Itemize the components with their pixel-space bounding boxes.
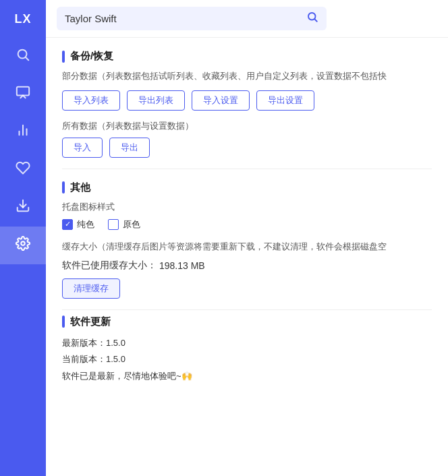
latest-version-row: 最新版本：1.5.0 (62, 335, 432, 352)
heart-icon (16, 160, 30, 179)
cache-section: 缓存大小（清理缓存后图片等资源将需要重新下载，不建议清理，软件会根据磁盘空 软件… (62, 240, 432, 299)
tray-options-row: ✓ 纯色 原色 (62, 218, 432, 231)
update-status-row: 软件已是最新，尽情地体验吧~🙌 (62, 368, 432, 385)
partial-buttons-row: 导入列表 导出列表 导入设置 导出设置 (62, 90, 432, 111)
latest-version-label: 最新版本： (62, 338, 106, 348)
clear-cache-button[interactable]: 清理缓存 (62, 278, 120, 299)
svg-rect-2 (17, 87, 29, 96)
other-section-title: 其他 (70, 181, 90, 194)
svg-line-9 (314, 19, 316, 21)
sidebar-item-chart[interactable] (0, 113, 46, 151)
svg-line-1 (26, 57, 28, 60)
header (46, 0, 448, 38)
search-input[interactable] (65, 13, 301, 24)
cache-size-prefix: 软件已使用缓存大小： (62, 260, 157, 272)
other-section-header: 其他 (62, 181, 432, 194)
sidebar-item-download[interactable] (0, 189, 46, 227)
current-version-label: 当前版本： (62, 354, 106, 364)
search-box[interactable] (57, 7, 327, 30)
backup-section-title: 备份/恢复 (70, 50, 113, 63)
backup-section-header: 备份/恢复 (62, 50, 432, 63)
original-label: 原色 (123, 218, 140, 231)
sidebar-item-media[interactable] (0, 76, 46, 113)
tray-label: 托盘图标样式 (62, 201, 432, 213)
cache-size-row: 软件已使用缓存大小： 198.13 MB (62, 260, 432, 272)
app-logo: LX (0, 0, 46, 38)
sidebar: LX (0, 0, 46, 476)
download-icon (16, 198, 30, 217)
original-checkbox[interactable] (108, 219, 119, 230)
settings-content: 备份/恢复 部分数据（列表数据包括试听列表、收藏列表、用户自定义列表，设置数据不… (46, 38, 448, 476)
chart-icon (16, 123, 30, 142)
settings-icon (16, 236, 30, 255)
partial-data-desc: 部分数据（列表数据包括试听列表、收藏列表、用户自定义列表，设置数据不包括快 (62, 69, 432, 84)
divider-2 (62, 309, 432, 310)
update-section-title: 软件更新 (70, 316, 111, 328)
export-list-button[interactable]: 导出列表 (127, 90, 185, 111)
update-status-text: 软件已是最新，尽情地体验吧~🙌 (62, 371, 192, 381)
other-section: 其他 托盘图标样式 ✓ 纯色 原色 缓存大小（清理缓存后图片等资源将需要重新下载… (62, 181, 432, 299)
search-submit-icon[interactable] (306, 11, 318, 26)
svg-point-7 (21, 241, 25, 245)
section-bar (62, 51, 65, 63)
section-bar-other (62, 181, 65, 194)
all-data-desc: 所有数据（列表数据与设置数据） (62, 120, 432, 132)
cache-size-value: 198.13 MB (159, 260, 205, 271)
media-icon (16, 85, 30, 104)
search-icon (16, 47, 30, 66)
update-section-header: 软件更新 (62, 316, 432, 328)
divider-1 (62, 169, 432, 169)
main-content: 备份/恢复 部分数据（列表数据包括试听列表、收藏列表、用户自定义列表，设置数据不… (46, 0, 448, 476)
check-mark: ✓ (65, 220, 71, 228)
import-all-button[interactable]: 导入 (62, 138, 103, 158)
current-version-value: 1.5.0 (106, 354, 125, 364)
sidebar-item-favorites[interactable] (0, 151, 46, 189)
backup-section: 备份/恢复 部分数据（列表数据包括试听列表、收藏列表、用户自定义列表，设置数据不… (62, 50, 432, 158)
current-version-row: 当前版本：1.5.0 (62, 351, 432, 368)
solid-label: 纯色 (77, 218, 94, 231)
all-buttons-row: 导入 导出 (62, 138, 432, 158)
import-list-button[interactable]: 导入列表 (62, 90, 120, 111)
latest-version-value: 1.5.0 (106, 338, 125, 348)
import-settings-button[interactable]: 导入设置 (192, 90, 250, 111)
solid-checkbox[interactable]: ✓ (62, 219, 73, 230)
cache-desc: 缓存大小（清理缓存后图片等资源将需要重新下载，不建议清理，软件会根据磁盘空 (62, 240, 432, 254)
tray-original-option[interactable]: 原色 (108, 218, 140, 231)
export-settings-button[interactable]: 导出设置 (256, 90, 314, 111)
sidebar-item-settings[interactable] (0, 227, 46, 264)
tray-solid-option[interactable]: ✓ 纯色 (62, 218, 94, 231)
sidebar-item-search[interactable] (0, 38, 46, 76)
export-all-button[interactable]: 导出 (109, 138, 150, 158)
section-bar-update (62, 316, 65, 328)
update-section: 软件更新 最新版本：1.5.0 当前版本：1.5.0 软件已是最新，尽情地体验吧… (62, 316, 432, 385)
